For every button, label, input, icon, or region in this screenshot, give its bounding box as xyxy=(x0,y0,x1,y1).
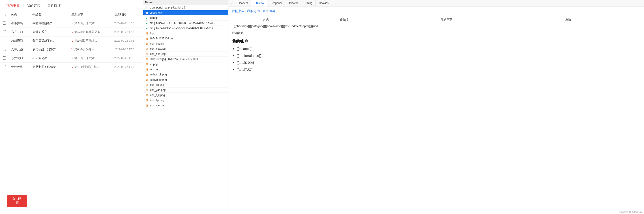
network-item[interactable]: 📄 srun_portal_pc.php?ac_id=1& xyxy=(143,5,228,10)
tab-recent-reading[interactable]: 最近阅读 xyxy=(45,2,64,10)
network-item-icon: 🖼 xyxy=(145,32,148,35)
network-item[interactable]: 🖼 icon_not2.jpg xyxy=(143,46,228,52)
cell-category: 女尊女强 xyxy=(8,45,30,54)
network-item-text: hm.gif?hca=F3BC16C73D06BFE4&cc=1&ck=1&cl… xyxy=(150,22,215,24)
table-row: 总裁豪门 分手后我成了前... V·第240章 不能让... 2022-09-2… xyxy=(0,36,143,45)
nav-tabs: 我的书架 我的订阅 最近阅读 xyxy=(0,0,143,10)
network-item-icon: 🖼 xyxy=(145,63,148,66)
cell-category: 总裁豪门 xyxy=(8,36,30,45)
row-checkbox-3[interactable] xyxy=(3,48,6,51)
network-item-text: load.gif xyxy=(150,16,158,20)
network-item-text: icon_ydd.png xyxy=(150,88,166,92)
network-item[interactable]: 🖼 1654841315108.png xyxy=(143,36,228,41)
network-item-text: hm.gif?cc=1&ck=1&cl=30-bit&ds=1440x900&v… xyxy=(150,27,216,30)
network-item[interactable]: 🖼 icon_not3.jpg xyxy=(143,52,228,57)
right-panel-tabs: ✕ Headers Preview Response Initiator Tim… xyxy=(228,0,644,6)
network-item-icon: 🖼 xyxy=(145,99,148,102)
network-item[interactable]: ▶ load.gif xyxy=(143,16,228,20)
network-item-icon: 📄 xyxy=(145,11,148,14)
cell-update-time: 2022-09-25 17:0 xyxy=(112,45,143,54)
network-item-text: icon_nav.png xyxy=(150,104,166,107)
cell-bookname[interactable]: 分手后我成了前... xyxy=(30,36,69,45)
network-item[interactable]: 🖼 icon_nav.png xyxy=(143,103,228,108)
select-all-checkbox[interactable] xyxy=(3,13,6,16)
network-item[interactable]: 🖼 icon_kb.png xyxy=(143,82,228,88)
table-row: 女尊女强 农门长姐：我娇养... V·第646章 为师不... 2022-09-… xyxy=(0,45,143,54)
preview-col-update: 更新 xyxy=(564,16,640,23)
network-item[interactable]: 🖼 icon_not.jpg xyxy=(143,41,228,46)
network-item-text: 1.jpg xyxy=(150,32,156,35)
tab-preview[interactable]: Preview xyxy=(251,0,267,6)
cell-bookname[interactable]: 农门长姐：我娇养... xyxy=(30,45,69,54)
network-item-text: icon_tjp.png xyxy=(150,99,164,102)
network-item-icon: 🖼 xyxy=(145,73,148,76)
row-checkbox-2[interactable] xyxy=(3,39,6,42)
table-row: 年代种田 穿书七零：作精女... V·第434章把你们都... 2022-09-… xyxy=(0,63,143,72)
cell-bookname[interactable]: 天道关系户 xyxy=(30,28,69,36)
tab-my-bookshelf[interactable]: 我的书架 xyxy=(4,2,22,10)
table-row: 东方玄幻 天道关系户 V·第473章 真神界见闻 2022-09-25 17:3 xyxy=(0,28,143,36)
account-item-3: {{totalTJQ}} xyxy=(236,68,640,72)
row-checkbox-1[interactable] xyxy=(3,30,6,33)
network-item-icon: 🖼 xyxy=(145,78,148,81)
preview-nav-bookshelf[interactable]: 我的书架 xyxy=(232,9,244,13)
cell-update-time: 2022-09-26 14:0 xyxy=(112,63,143,72)
cell-update-time: 2022-09-26 11:5 xyxy=(112,54,143,63)
account-item-0: {{balance}} xyxy=(236,47,640,50)
cancel-collect-button[interactable]: 取消收藏 xyxy=(7,195,27,207)
col-bookname: 作品名 xyxy=(30,10,69,19)
network-item[interactable]: 🖼 icon_ydd.png xyxy=(143,88,228,93)
tab-headers[interactable]: Headers xyxy=(235,0,251,6)
watermark: ©SDN @qq_52700622 xyxy=(619,211,642,213)
tab-response[interactable]: Response xyxy=(267,0,286,6)
network-item[interactable]: ▶ hm.gif?hca=F3BC16C73D06BFE4&cc=1&ck=1&… xyxy=(143,20,228,26)
account-item-2: {{totalDJQ}} xyxy=(236,61,640,64)
network-item[interactable]: 📄 bookshelf/ xyxy=(143,10,228,16)
network-item-text: icon_not2.jpg xyxy=(150,47,166,50)
network-item[interactable]: 🖼 author_ok.png xyxy=(143,72,228,77)
cell-category: 东方玄幻 xyxy=(8,54,30,63)
cell-bookname[interactable]: 不灭造化决 xyxy=(30,54,69,63)
cell-bookname[interactable]: 穿书七零：作精女... xyxy=(30,63,69,72)
close-button[interactable]: ✕ xyxy=(228,0,235,6)
cell-category: 年代种田 xyxy=(8,63,30,72)
col-category: 分类 xyxy=(8,10,30,19)
preview-nav-recent[interactable]: 最近阅读 xyxy=(262,9,275,13)
network-item[interactable]: 🖼 yh.png xyxy=(143,62,228,67)
col-last-chapter: 最新章节 xyxy=(69,10,112,19)
network-item-text: icon_kb.png xyxy=(150,83,164,86)
row-checkbox-0[interactable] xyxy=(3,22,6,24)
preview-nav-subscriptions[interactable]: 我的订阅 xyxy=(247,9,260,13)
bookshelf-table: 分类 作品名 最新章节 更新时间 都市异能 我的透视超给力 V·第五百八十六章 … xyxy=(0,10,143,72)
network-name-header: Name xyxy=(143,0,228,5)
row-checkbox-4[interactable] xyxy=(3,56,6,60)
preview-nav-links: 我的书架 我的订阅 最近阅读 xyxy=(232,9,640,14)
network-item[interactable]: 🖼 authorinfo.png xyxy=(143,77,228,82)
network-item-text: authorinfo.png xyxy=(150,78,167,81)
network-item-icon: 🖼 xyxy=(145,104,148,107)
network-item-icon: ▶ xyxy=(145,16,148,20)
network-list: 📄 srun_portal_pc.php?ac_id=1& 📄 bookshel… xyxy=(143,5,228,214)
network-item[interactable]: 🖼 98198839.jpg-88x88?v=1664173369000 xyxy=(143,57,228,62)
tab-cookies[interactable]: Cookies xyxy=(316,0,332,6)
cell-bookname[interactable]: 我的透视超给力 xyxy=(30,19,69,28)
network-item[interactable]: 🖼 mm.png xyxy=(143,67,228,72)
row-checkbox-5[interactable] xyxy=(3,65,6,68)
network-item-icon: 🖼 xyxy=(145,94,148,97)
col-update-time: 更新时间 xyxy=(112,10,143,19)
network-item-text: mm.png xyxy=(150,68,159,71)
tab-initiator[interactable]: Initiator xyxy=(286,0,301,6)
right-preview-content: 我的书架 我的订阅 最近阅读 分类 作品名 最新章节 更新 {{checkbox… xyxy=(228,6,644,214)
left-bookshelf-panel: 我的书架 我的订阅 最近阅读 分类 作品名 最新章节 更新时间 都市异能 我的透… xyxy=(0,0,143,214)
network-item[interactable]: 🖼 icon_djq.png xyxy=(143,93,228,98)
network-item[interactable]: ▶ hm.gif?cc=1&ck=1&cl=30-bit&ds=1440x900… xyxy=(143,26,228,31)
network-item[interactable]: 🖼 1.jpg xyxy=(143,31,228,36)
cell-update-time: 2022-09-25 23:5 xyxy=(112,36,143,45)
network-item-icon: ▶ xyxy=(145,22,148,24)
network-item-icon: 🖼 xyxy=(145,37,148,40)
cell-update-time: 2022-09-25 17:3 xyxy=(112,28,143,36)
tab-timing[interactable]: Timing xyxy=(301,0,316,6)
tab-my-subscriptions[interactable]: 我的订阅 xyxy=(24,2,43,10)
network-item[interactable]: 🖼 icon_tjp.png xyxy=(143,98,228,103)
network-item-text: icon_djq.png xyxy=(150,94,165,97)
